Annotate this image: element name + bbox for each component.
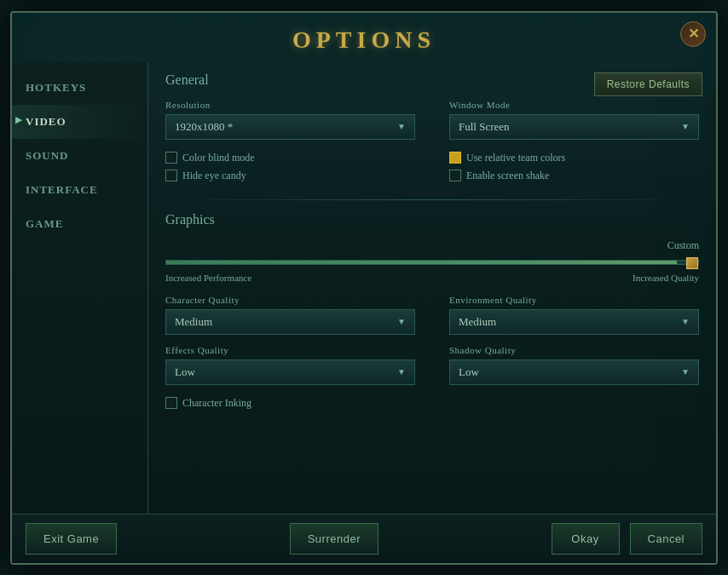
modal-header: OPTIONS ✕ xyxy=(12,13,716,62)
char-quality-label: Character Quality xyxy=(165,295,415,305)
effects-quality-group: Effects Quality Low ▼ xyxy=(165,345,415,385)
hide-candy-checkbox[interactable] xyxy=(165,170,177,181)
resolution-group: Resolution 1920x1080 * ▼ xyxy=(165,100,415,140)
char-quality-group: Character Quality Medium ▼ xyxy=(165,295,415,335)
sidebar-item-sound[interactable]: SOUND xyxy=(12,139,147,173)
env-quality-group: Environment Quality Medium ▼ xyxy=(449,295,699,335)
cancel-button[interactable]: Cancel xyxy=(630,523,702,555)
window-mode-dropdown-arrow: ▼ xyxy=(681,122,690,131)
effects-quality-arrow: ▼ xyxy=(397,367,406,377)
checkboxes-row-2: Hide eye candy Enable screen shake xyxy=(165,170,699,182)
hide-candy-label: Hide eye candy xyxy=(182,170,246,182)
screen-shake-label: Enable screen shake xyxy=(466,170,549,182)
okay-button[interactable]: Okay xyxy=(552,523,620,555)
char-inking-row: Character Inking xyxy=(165,397,699,410)
effects-quality-label: Effects Quality xyxy=(165,345,415,355)
slider-right-label: Increased Quality xyxy=(633,273,699,283)
fields-row: Resolution 1920x1080 * ▼ Window Mode Ful… xyxy=(165,100,699,140)
slider-track[interactable] xyxy=(165,260,699,265)
quality-custom-label: Custom xyxy=(667,239,699,252)
graphics-section-title: Graphics xyxy=(165,212,699,227)
resolution-value: 1920x1080 * xyxy=(175,120,233,134)
sidebar-item-hotkeys[interactable]: HOTKEYS xyxy=(12,71,147,105)
relative-colors-label: Use relative team colors xyxy=(466,152,565,164)
char-quality-arrow: ▼ xyxy=(397,317,406,326)
surrender-button[interactable]: Surrender xyxy=(290,523,378,555)
graphics-slider-container xyxy=(165,254,699,271)
modal-title: OPTIONS xyxy=(292,26,436,53)
relative-colors-group: Use relative team colors xyxy=(449,152,699,164)
modal-body: HOTKEYS VIDEO SOUND INTERFACE GAME Resto… xyxy=(12,62,716,514)
char-quality-dropdown[interactable]: Medium ▼ xyxy=(165,309,415,335)
sidebar: HOTKEYS VIDEO SOUND INTERFACE GAME xyxy=(12,62,148,514)
slider-left-label: Increased Performance xyxy=(165,273,251,283)
slider-labels: Increased Performance Increased Quality xyxy=(165,273,699,283)
graphics-section: Graphics Custom Increased Performance In… xyxy=(165,212,699,410)
window-mode-label: Window Mode xyxy=(449,100,699,110)
resolution-dropdown-arrow: ▼ xyxy=(397,122,406,131)
env-quality-label: Environment Quality xyxy=(449,295,699,305)
shadow-quality-group: Shadow Quality Low ▼ xyxy=(449,345,699,385)
char-quality-value: Medium xyxy=(175,315,212,329)
env-quality-dropdown[interactable]: Medium ▼ xyxy=(449,309,699,335)
env-quality-arrow: ▼ xyxy=(681,317,690,326)
relative-colors-checkbox[interactable] xyxy=(449,152,461,164)
screen-shake-group: Enable screen shake xyxy=(449,170,699,182)
exit-game-button[interactable]: Exit Game xyxy=(26,523,117,555)
sidebar-item-interface[interactable]: INTERFACE xyxy=(12,173,147,207)
resolution-dropdown[interactable]: 1920x1080 * ▼ xyxy=(165,114,415,140)
shadow-quality-dropdown[interactable]: Low ▼ xyxy=(449,359,699,385)
window-mode-dropdown[interactable]: Full Screen ▼ xyxy=(449,114,699,140)
hide-candy-group: Hide eye candy xyxy=(165,170,415,182)
char-inking-label: Character Inking xyxy=(182,397,251,410)
divider xyxy=(165,199,699,200)
resolution-label: Resolution xyxy=(165,100,415,110)
close-button[interactable]: ✕ xyxy=(680,21,706,47)
content-area: Restore Defaults General Resolution 1920… xyxy=(148,62,716,514)
color-blind-checkbox[interactable] xyxy=(165,152,177,164)
shadow-quality-label: Shadow Quality xyxy=(449,345,699,355)
env-quality-value: Medium xyxy=(459,315,496,329)
footer-right: Okay Cancel xyxy=(552,523,702,555)
shadow-quality-value: Low xyxy=(459,365,479,379)
shadow-quality-arrow: ▼ xyxy=(681,367,690,377)
quality-label-row: Custom xyxy=(165,239,699,252)
color-blind-group: Color blind mode xyxy=(165,152,415,164)
checkboxes-row-1: Color blind mode Use relative team color… xyxy=(165,152,699,164)
options-modal: OPTIONS ✕ HOTKEYS VIDEO SOUND INTERFACE … xyxy=(10,11,718,565)
restore-defaults-button[interactable]: Restore Defaults xyxy=(594,72,702,96)
sidebar-item-game[interactable]: GAME xyxy=(12,207,147,241)
slider-thumb[interactable] xyxy=(686,257,698,269)
dropdowns-grid: Character Quality Medium ▼ Environment Q… xyxy=(165,295,699,385)
screen-shake-checkbox[interactable] xyxy=(449,170,461,181)
slider-fill xyxy=(166,261,677,264)
effects-quality-dropdown[interactable]: Low ▼ xyxy=(165,359,415,385)
footer: Exit Game Surrender Okay Cancel xyxy=(12,514,716,563)
color-blind-label: Color blind mode xyxy=(182,152,255,164)
window-mode-group: Window Mode Full Screen ▼ xyxy=(449,100,699,140)
window-mode-value: Full Screen xyxy=(459,120,510,134)
char-inking-checkbox[interactable] xyxy=(165,397,177,409)
effects-quality-value: Low xyxy=(175,365,195,379)
sidebar-item-video[interactable]: VIDEO xyxy=(12,105,147,139)
